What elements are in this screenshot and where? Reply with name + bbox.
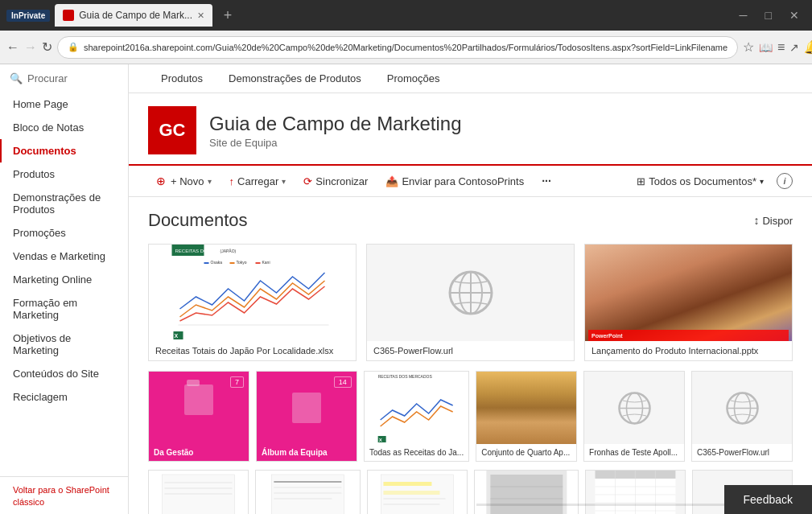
svg-rect-57	[490, 475, 563, 514]
address-bar[interactable]: 🔒 sharepoint2016a.sharepoint.com/Guia%20…	[57, 36, 738, 59]
site-header: GC Guia de Campo de Marketing Site de Eq…	[129, 93, 812, 166]
sidebar-item-formacao[interactable]: Formação em Marketing	[0, 291, 128, 327]
sidebar-item-vendas[interactable]: Vendas e Marketing	[0, 245, 128, 268]
active-tab[interactable]: Guia de Campo de Mark... ✕	[55, 4, 212, 27]
doc-card-url2[interactable]: C365-PowerFlow.url	[691, 371, 793, 462]
doc-card-contoso1[interactable]: Contoso W Contoso Product la...	[148, 470, 249, 514]
doc-card-excel[interactable]: RECEITAS DOS MERCADOS POR CIDADE (JAPÃO)…	[148, 244, 357, 361]
doc-thumb-contract: W	[368, 471, 467, 514]
svg-rect-19	[292, 393, 321, 423]
doc-card-health[interactable]: X Employee Health Ass...	[585, 470, 686, 514]
svg-text:Osaka: Osaka	[211, 260, 223, 265]
sync-button[interactable]: ⟳ Sincronizar	[295, 171, 376, 191]
grid-icon: ⊞	[637, 175, 645, 187]
doc-thumb-contoso2: W	[256, 471, 360, 514]
doc-card-quarto[interactable]: Conjunto de Quarto Ap...	[476, 371, 577, 462]
top-nav-promocoes[interactable]: Promoções	[374, 64, 453, 93]
search-label: Procurar	[27, 72, 68, 84]
sidebar-item-conteudos[interactable]: Conteúdos do Site	[0, 362, 128, 385]
feedback-button[interactable]: Feedback	[724, 485, 812, 514]
forward-button[interactable]: →	[24, 36, 37, 59]
tab-title: Guia de Campo de Mark...	[79, 10, 192, 21]
doc-card-fronhas[interactable]: Fronhas de Teste Apoll...	[583, 371, 685, 462]
notifications-icon[interactable]: 🔔	[804, 36, 812, 59]
doc-thumb-excel: RECEITAS DOS MERCADOS POR CIDADE (JAPÃO)…	[149, 245, 356, 341]
minimize-button[interactable]: ─	[733, 6, 754, 25]
send-button[interactable]: 📤 Enviar para ContosoPrints	[377, 171, 532, 191]
upload-button[interactable]: ↑ Carregar ▾	[221, 171, 295, 191]
plus-icon: ⊕	[156, 175, 166, 187]
browser-chrome: InPrivate Guia de Campo de Mark... ✕ + ─…	[0, 0, 812, 31]
sidebar-item-reciclagem[interactable]: Reciclagem	[0, 385, 128, 409]
svg-rect-0	[172, 245, 333, 341]
refresh-button[interactable]: ↻	[42, 36, 52, 59]
new-button[interactable]: ⊕ + Novo ▾	[148, 171, 220, 191]
info-button[interactable]: i	[777, 173, 793, 189]
share-icon[interactable]: ↗	[789, 36, 799, 59]
album-badge: 14	[334, 376, 352, 388]
doc-card-receitas[interactable]: RECEITAS DOS MERCADOS X Todas as Receita…	[364, 371, 469, 462]
doc-card-gestao[interactable]: 7 Da Gestão	[148, 371, 249, 462]
back-button[interactable]: ←	[6, 36, 19, 59]
top-nav-demonstracoes[interactable]: Demonstrações de Produtos	[216, 64, 374, 93]
view-dropdown[interactable]: ⊞ Todos os Documentos* ▾	[630, 171, 770, 191]
site-title: Guia de Campo de Marketing	[209, 113, 462, 135]
doc-thumb-gestao: 7	[149, 372, 249, 444]
svg-rect-17	[184, 384, 213, 415]
toolbar: ⊕ + Novo ▾ ↑ Carregar ▾ ⟳ Sincronizar 📤 …	[129, 166, 812, 197]
doc-grid-row3: Contoso W Contoso Product la...	[148, 470, 793, 514]
sidebar-item-marketing-online[interactable]: Marketing Online	[0, 268, 128, 291]
sort-button[interactable]: ↕ Dispor	[753, 214, 793, 227]
chevron-down-icon3: ▾	[760, 177, 764, 186]
doc-label-pptx: Lançamento do Produto Internacional.pptx	[585, 341, 792, 360]
more-options-button[interactable]: ···	[534, 171, 559, 191]
new-tab-button[interactable]: +	[217, 5, 238, 26]
doc-card-contoso2[interactable]: W Contoso Purchasing Pro...	[255, 470, 361, 514]
reading-view-icon[interactable]: 📖	[759, 36, 773, 59]
doc-label-album: Álbum da Equipa	[257, 444, 357, 461]
docs-title: Documentos	[148, 210, 248, 231]
hub-icon[interactable]: ≡	[777, 36, 785, 59]
maximize-button[interactable]: □	[759, 6, 778, 25]
send-icon: 📤	[385, 175, 398, 187]
doc-thumb-fronhas	[584, 372, 684, 444]
doc-label-gestao: Da Gestão	[149, 444, 249, 461]
doc-card-pptx[interactable]: PowerPoint Lançamento do Produto Interna…	[584, 244, 793, 361]
svg-rect-7	[204, 262, 209, 264]
sidebar-item-objetivos[interactable]: Objetivos de Marketing	[0, 327, 128, 362]
doc-label-fronhas: Fronhas de Teste Apoll...	[584, 444, 684, 461]
docs-header: Documentos ↕ Dispor	[148, 210, 793, 231]
sidebar: 🔍 Procurar Home Page Bloco de Notas Docu…	[0, 64, 129, 514]
doc-card-album[interactable]: 14 Álbum da Equipa	[256, 371, 357, 462]
sidebar-item-documentos[interactable]: Documentos	[0, 139, 128, 162]
svg-rect-49	[383, 482, 431, 486]
doc-thumb-pptx: PowerPoint	[585, 245, 792, 341]
sidebar-item-promocoes[interactable]: Promoções	[0, 221, 128, 245]
doc-card-contract[interactable]: W Contract Proposals...	[367, 470, 468, 514]
address-text: sharepoint2016a.sharepoint.com/Guia%20de…	[84, 43, 728, 52]
sidebar-footer: Voltar para o SharePoint clássico	[0, 476, 128, 514]
sidebar-item-produtos[interactable]: Produtos	[0, 162, 128, 186]
doc-card-url1[interactable]: C365-PowerFlow.url	[366, 244, 575, 361]
upload-icon: ↑	[229, 175, 235, 187]
svg-text:X: X	[379, 438, 382, 442]
sidebar-item-demonstracoes[interactable]: Demonstrações de Produtos	[0, 186, 128, 221]
sidebar-item-homepage[interactable]: Home Page	[0, 93, 128, 116]
close-button[interactable]: ✕	[783, 6, 806, 25]
lock-icon: 🔒	[68, 42, 79, 52]
site-subtitle: Site de Equipa	[209, 137, 462, 149]
classic-sharepoint-link[interactable]: Voltar para o SharePoint clássico	[13, 485, 109, 507]
doc-thumb-url1	[367, 245, 574, 341]
doc-thumb-contoso1: Contoso W	[149, 471, 248, 514]
favorites-icon[interactable]: ☆	[743, 36, 754, 59]
top-nav-produtos[interactable]: Produtos	[148, 64, 216, 93]
doc-thumb-album: 14	[257, 372, 357, 444]
svg-text:X: X	[175, 333, 179, 339]
doc-card-product[interactable]: X CB-207 Product Overvie...	[474, 470, 579, 514]
sort-icon: ↕	[753, 214, 759, 227]
documents-section: Documentos ↕ Dispor RECEITAS DOS	[129, 197, 812, 514]
toolbar-right: ⊞ Todos os Documentos* ▾ i	[630, 171, 793, 191]
search-box[interactable]: 🔍 Procurar	[10, 72, 118, 84]
tab-close-icon[interactable]: ✕	[197, 10, 204, 21]
sidebar-item-notas[interactable]: Bloco de Notas	[0, 116, 128, 139]
